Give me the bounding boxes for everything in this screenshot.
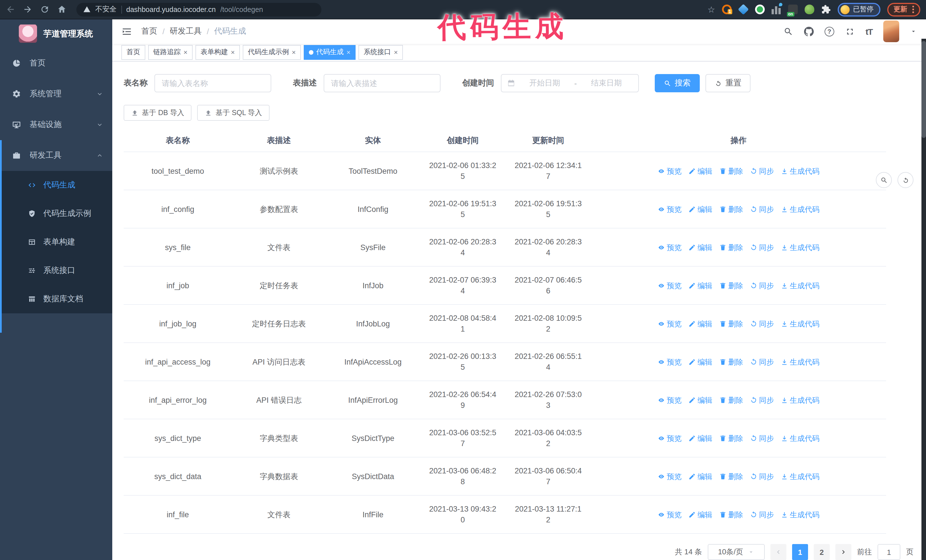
extension-green-check-icon[interactable] [755,5,765,14]
address-bar[interactable]: 不安全 dashboard.yudao.iocoder.cn/tool/code… [76,3,321,16]
font-size-icon[interactable]: tT [865,27,872,36]
extension-dark-icon[interactable]: on [788,5,798,14]
goto-page-input[interactable] [878,544,900,560]
extension-columns-icon[interactable] [772,5,781,14]
sync-link[interactable]: 同步 [750,433,774,444]
tab-trace[interactable]: 链路追踪× [148,45,193,60]
edit-link[interactable]: 编辑 [688,280,712,291]
preview-link[interactable]: 预览 [658,280,682,291]
sync-link[interactable]: 同步 [750,509,774,520]
sidebar-item-code-generation[interactable]: 代码生成 [0,171,112,199]
sidebar-item-codegen-example[interactable]: 代码生成示例 [0,199,112,228]
refresh-table-button[interactable] [897,172,914,188]
page-scrollbar-thumb[interactable] [921,41,926,138]
browser-home-icon[interactable] [57,5,67,14]
extension-orange-icon[interactable]: 1 [722,5,732,14]
tab-close-icon[interactable]: × [231,49,235,56]
generate-code-link[interactable]: 生成代码 [781,204,819,214]
reset-button[interactable]: 重置 [705,74,750,92]
tab-close-icon[interactable]: × [292,49,296,56]
preview-link[interactable]: 预览 [658,318,682,329]
next-page-button[interactable] [835,544,851,560]
import-db-button[interactable]: 基于 DB 导入 [124,105,192,121]
preview-link[interactable]: 预览 [658,471,682,482]
generate-code-link[interactable]: 生成代码 [781,166,819,176]
bookmark-star-icon[interactable]: ☆ [707,5,715,14]
preview-link[interactable]: 预览 [658,509,682,520]
generate-code-link[interactable]: 生成代码 [781,394,819,405]
generate-code-link[interactable]: 生成代码 [781,356,819,367]
avatar[interactable] [883,21,899,42]
breadcrumb-home[interactable]: 首页 [141,27,157,37]
delete-link[interactable]: 删除 [719,318,743,329]
page-size-select[interactable]: 10条/页 [708,544,765,560]
preview-link[interactable]: 预览 [658,433,682,444]
generate-code-link[interactable]: 生成代码 [781,471,819,482]
browser-forward-icon[interactable] [23,5,32,14]
sync-link[interactable]: 同步 [750,394,774,405]
tab-close-icon[interactable]: × [183,49,188,56]
import-sql-button[interactable]: 基于 SQL 导入 [197,105,269,121]
sidebar-item-dev-tools[interactable]: 研发工具 [0,140,112,171]
avatar-caret-icon[interactable] [910,28,917,35]
preview-link[interactable]: 预览 [658,204,682,214]
edit-link[interactable]: 编辑 [688,356,712,367]
edit-link[interactable]: 编辑 [688,471,712,482]
edit-link[interactable]: 编辑 [688,318,712,329]
browser-update-button[interactable]: 更新 [887,3,920,16]
delete-link[interactable]: 删除 [719,280,743,291]
edit-link[interactable]: 编辑 [688,166,712,176]
preview-link[interactable]: 预览 [658,394,682,405]
help-icon[interactable]: ? [825,27,834,36]
tab-home[interactable]: 首页 [121,45,145,60]
sync-link[interactable]: 同步 [750,318,774,329]
extension-gem-icon[interactable] [738,4,749,15]
edit-link[interactable]: 编辑 [688,394,712,405]
fullscreen-icon[interactable] [845,27,855,36]
sidebar-item-system-management[interactable]: 系统管理 [0,78,112,109]
delete-link[interactable]: 删除 [719,242,743,253]
preview-link[interactable]: 预览 [658,242,682,253]
sync-link[interactable]: 同步 [750,280,774,291]
sync-link[interactable]: 同步 [750,204,774,214]
prev-page-button[interactable] [770,544,787,560]
sidebar-item-system-api[interactable]: 系统接口 [0,257,112,285]
browser-reload-icon[interactable] [40,5,50,14]
tab-close-icon[interactable]: × [346,49,351,56]
generate-code-link[interactable]: 生成代码 [781,318,819,329]
date-range-picker[interactable]: 开始日期 - 结束日期 [501,74,639,92]
page-button-1[interactable]: 1 [792,544,808,560]
extensions-puzzle-icon[interactable] [821,5,831,14]
sync-link[interactable]: 同步 [750,471,774,482]
edit-link[interactable]: 编辑 [688,204,712,214]
page-scrollbar[interactable] [921,39,926,560]
hamburger-icon[interactable] [121,26,132,37]
tab-system-api[interactable]: 系统接口× [359,45,403,60]
delete-link[interactable]: 删除 [719,204,743,214]
preview-link[interactable]: 预览 [658,356,682,367]
browser-back-icon[interactable] [6,5,15,14]
sync-link[interactable]: 同步 [750,242,774,253]
tab-close-icon[interactable]: × [394,49,398,56]
sync-link[interactable]: 同步 [750,166,774,176]
generate-code-link[interactable]: 生成代码 [781,280,819,291]
sidebar-item-infrastructure[interactable]: 基础设施 [0,109,112,140]
browser-profile-button[interactable]: 已暂停 [838,3,881,16]
breadcrumb-dev-tools[interactable]: 研发工具 [170,27,202,37]
app-logo-row[interactable]: 芋道管理系统 [0,20,112,48]
sidebar-item-database-docs[interactable]: 数据库文档 [0,285,112,313]
browser-menu-dots-icon[interactable] [912,6,914,13]
search-icon[interactable] [784,27,793,36]
search-button[interactable]: 搜索 [655,74,700,92]
delete-link[interactable]: 删除 [719,394,743,405]
sync-link[interactable]: 同步 [750,356,774,367]
edit-link[interactable]: 编辑 [688,433,712,444]
table-name-input[interactable] [154,74,271,92]
delete-link[interactable]: 删除 [719,471,743,482]
edit-link[interactable]: 编辑 [688,242,712,253]
tab-codegen-example[interactable]: 代码生成示例× [243,45,301,60]
page-button-2[interactable]: 2 [814,544,830,560]
delete-link[interactable]: 删除 [719,166,743,176]
tab-form-builder[interactable]: 表单构建× [195,45,240,60]
delete-link[interactable]: 删除 [719,509,743,520]
